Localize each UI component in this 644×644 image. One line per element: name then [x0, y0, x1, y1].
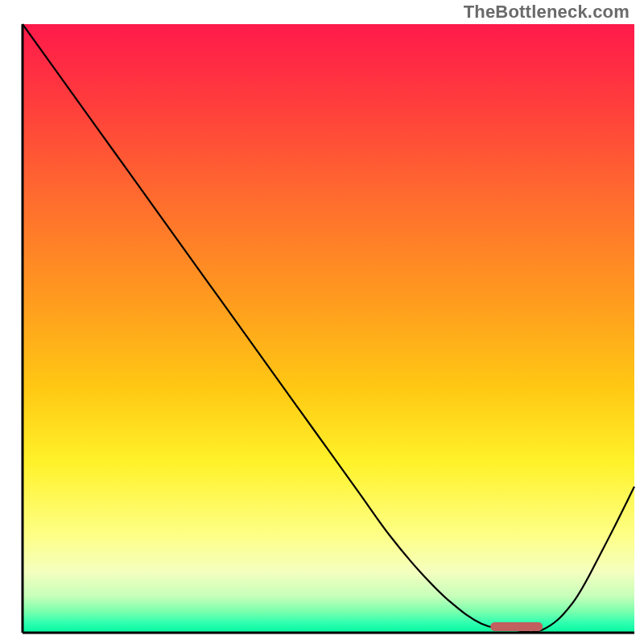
optimal-range-marker: [490, 622, 543, 631]
bottleneck-chart: [0, 0, 644, 644]
watermark-text: TheBottleneck.com: [464, 2, 630, 23]
plot-background: [23, 24, 634, 633]
